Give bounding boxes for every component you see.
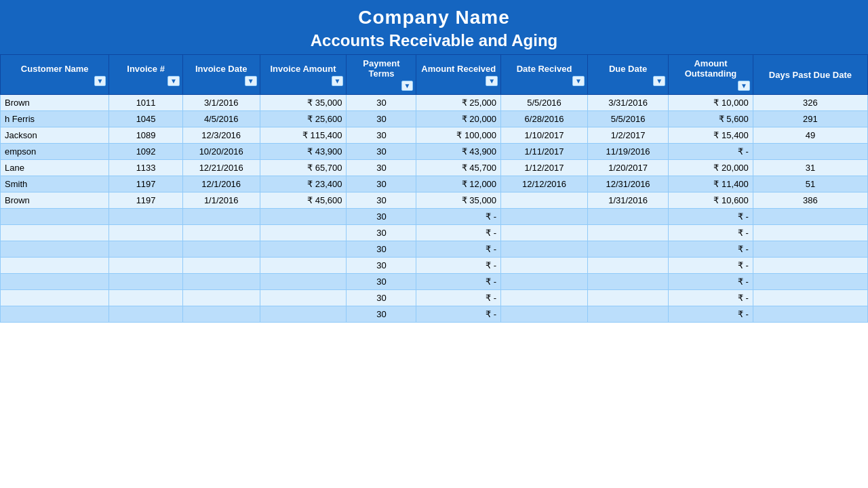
table-cell xyxy=(109,290,182,306)
table-cell: 5/5/2016 xyxy=(587,111,668,127)
table-cell xyxy=(182,306,260,323)
table-cell xyxy=(501,225,588,241)
table-cell xyxy=(753,225,867,241)
table-cell xyxy=(753,274,867,290)
table-cell: ₹ - xyxy=(669,258,753,274)
table-cell: 1133 xyxy=(109,160,182,176)
table-cell xyxy=(182,290,260,306)
table-cell xyxy=(260,290,347,306)
table-cell: 30 xyxy=(347,290,416,306)
table-cell: 30 xyxy=(347,111,416,127)
filter-invoice-date[interactable]: ▼ xyxy=(245,76,257,86)
table-row: 30₹ -₹ - xyxy=(1,258,868,274)
table-cell xyxy=(260,306,347,323)
table-cell: ₹ - xyxy=(669,290,753,306)
table-row: Brown11971/1/2016₹ 45,60030₹ 35,0001/31/… xyxy=(1,192,868,209)
table-row: 30₹ -₹ - xyxy=(1,241,868,258)
table-cell: 30 xyxy=(347,144,416,160)
table-cell: Smith xyxy=(1,176,109,192)
table-cell: ₹ 23,400 xyxy=(260,176,347,192)
table-row: 30₹ -₹ - xyxy=(1,225,868,241)
table-cell xyxy=(587,290,668,306)
table-cell: Brown xyxy=(1,192,109,209)
table-cell: 12/31/2016 xyxy=(587,176,668,192)
filter-invoice-amount[interactable]: ▼ xyxy=(332,76,344,86)
table-cell: 30 xyxy=(347,241,416,258)
table-cell xyxy=(182,225,260,241)
table-cell: 1197 xyxy=(109,176,182,192)
table-cell: ₹ - xyxy=(416,290,501,306)
table-cell: ₹ 12,000 xyxy=(416,176,501,192)
table-cell: 30 xyxy=(347,127,416,144)
filter-invoice-num[interactable]: ▼ xyxy=(167,76,180,86)
table-cell: Lane xyxy=(1,160,109,176)
table-cell xyxy=(260,225,347,241)
table-cell: 30 xyxy=(347,95,416,111)
table-cell xyxy=(587,209,668,225)
table-cell: 4/5/2016 xyxy=(182,111,260,127)
table-cell: ₹ 10,600 xyxy=(669,192,753,209)
table-cell: ₹ 45,600 xyxy=(260,192,347,209)
table-row: 30₹ -₹ - xyxy=(1,274,868,290)
col-due-date: Due Date ▼ xyxy=(587,55,668,95)
table-cell xyxy=(587,241,668,258)
table-row: empson109210/20/2016₹ 43,90030₹ 43,9001/… xyxy=(1,144,868,160)
table-cell xyxy=(260,209,347,225)
table-cell xyxy=(109,209,182,225)
table-cell xyxy=(260,241,347,258)
table-cell: ₹ 25,000 xyxy=(416,95,501,111)
table-cell: 30 xyxy=(347,160,416,176)
filter-amount-received[interactable]: ▼ xyxy=(486,76,498,86)
table-cell: ₹ 45,700 xyxy=(416,160,501,176)
table-cell: 30 xyxy=(347,209,416,225)
table-cell: ₹ - xyxy=(416,225,501,241)
table-cell: ₹ 20,000 xyxy=(416,111,501,127)
table-cell: 30 xyxy=(347,306,416,323)
table-cell: ₹ 100,000 xyxy=(416,127,501,144)
table-cell: 31 xyxy=(753,160,867,176)
filter-amount-outstanding[interactable]: ▼ xyxy=(738,81,750,91)
column-header-row: Customer Name ▼ Invoice # ▼ Invoice Date… xyxy=(1,55,868,95)
table-row: h Ferris10454/5/2016₹ 25,60030₹ 20,0006/… xyxy=(1,111,868,127)
table-cell: 1045 xyxy=(109,111,182,127)
table-cell xyxy=(501,209,588,225)
table-cell xyxy=(501,274,588,290)
header: Company Name Accounts Receivable and Agi… xyxy=(0,0,868,54)
table-cell: ₹ 43,900 xyxy=(260,144,347,160)
table-cell: 291 xyxy=(753,111,867,127)
table-cell xyxy=(1,290,109,306)
table-cell: 11/19/2016 xyxy=(587,144,668,160)
table-cell: 12/1/2016 xyxy=(182,176,260,192)
table-cell: 1011 xyxy=(109,95,182,111)
table-cell xyxy=(182,241,260,258)
table-cell xyxy=(182,258,260,274)
table-cell: ₹ - xyxy=(669,144,753,160)
table-cell: ₹ - xyxy=(669,225,753,241)
table-cell xyxy=(182,209,260,225)
table-cell xyxy=(109,225,182,241)
filter-due-date[interactable]: ▼ xyxy=(653,76,665,86)
table-row: Lane113312/21/2016₹ 65,70030₹ 45,7001/12… xyxy=(1,160,868,176)
table-cell xyxy=(587,225,668,241)
table-row: Brown10113/1/2016₹ 35,00030₹ 25,0005/5/2… xyxy=(1,95,868,111)
filter-date-received[interactable]: ▼ xyxy=(572,76,585,86)
col-customer: Customer Name ▼ xyxy=(1,55,109,95)
table-cell xyxy=(501,241,588,258)
table-cell: ₹ 15,400 xyxy=(669,127,753,144)
filter-customer[interactable]: ▼ xyxy=(94,76,106,86)
table-cell xyxy=(1,225,109,241)
table-cell: empson xyxy=(1,144,109,160)
table-cell xyxy=(753,290,867,306)
filter-payment-terms[interactable]: ▼ xyxy=(401,81,414,91)
table-cell: 30 xyxy=(347,192,416,209)
table-cell: ₹ 10,000 xyxy=(669,95,753,111)
table-cell: ₹ - xyxy=(416,258,501,274)
table-cell: ₹ - xyxy=(669,274,753,290)
col-amount-received: Amount Received ▼ xyxy=(416,55,501,95)
table-cell: ₹ 43,900 xyxy=(416,144,501,160)
table-cell: Jackson xyxy=(1,127,109,144)
main-table: Customer Name ▼ Invoice # ▼ Invoice Date… xyxy=(0,54,868,323)
table-cell xyxy=(1,306,109,323)
table-cell: ₹ - xyxy=(416,306,501,323)
table-cell: 30 xyxy=(347,225,416,241)
